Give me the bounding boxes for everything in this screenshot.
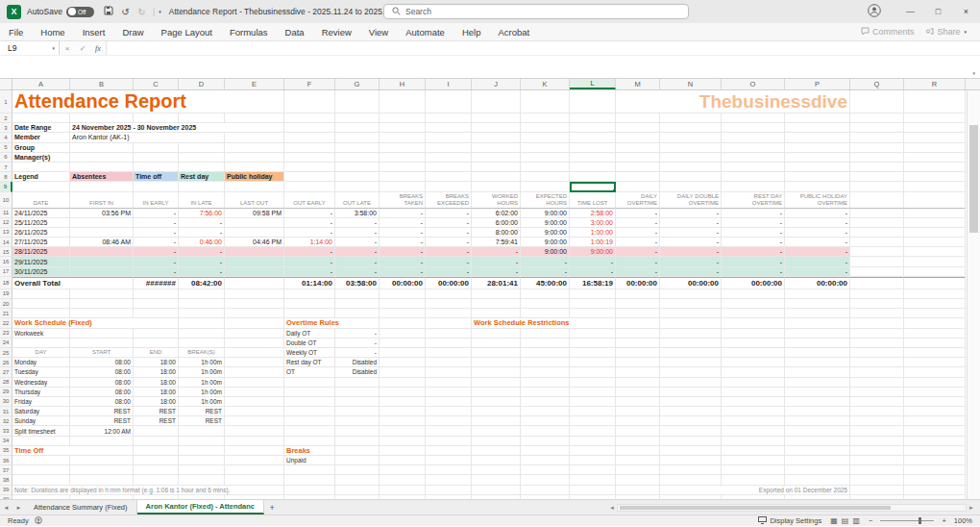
cell-D23[interactable] [179,329,225,339]
cell-P27[interactable] [785,367,850,377]
cell-N5[interactable] [660,143,722,153]
cell-L29[interactable] [570,388,616,397]
cell-H4[interactable] [380,133,426,142]
zoom-in-button[interactable]: + [942,516,945,525]
cell-J36[interactable] [472,456,521,465]
cell-J37[interactable] [472,465,521,475]
cell-A13[interactable]: 26/11/2025 [12,228,70,238]
cell-M32[interactable] [616,416,660,426]
cell-C14[interactable]: - [134,238,179,247]
column-header-R[interactable]: R [904,79,966,89]
cell-L4[interactable] [570,133,616,142]
cell-M27[interactable] [616,367,660,377]
cell-K8[interactable] [521,172,570,182]
cell-R33[interactable] [904,426,966,436]
display-settings-button[interactable]: Display Settings [758,516,821,526]
cell-E27[interactable] [225,367,284,377]
cell-I21[interactable] [426,309,472,318]
cell-F22[interactable]: Overtime Rules [284,318,380,328]
cell-J24[interactable] [472,339,521,348]
cell-B33[interactable]: 12:00 AM [70,426,134,436]
cell-E30[interactable] [225,397,284,407]
cell-P2[interactable] [785,113,850,123]
cell-L13[interactable]: 1:00:00 [570,228,616,238]
cell-J11[interactable]: 6:02:00 [472,209,521,218]
cell-N13[interactable]: - [660,228,722,238]
cell-C26[interactable]: 18:00 [134,358,179,367]
cell-J32[interactable] [472,416,521,426]
cell-A28[interactable]: Wednesday [12,378,70,388]
cell-B14[interactable]: 08:46 AM [70,238,134,247]
cell-E32[interactable] [225,416,284,426]
cell-C2[interactable] [134,113,179,123]
cell-K31[interactable] [521,407,570,416]
cell-D26[interactable]: 1h 00m [179,358,225,367]
cell-H9[interactable] [380,182,426,191]
cell-C10[interactable]: IN EARLY [134,192,179,209]
cell-R4[interactable] [904,133,966,142]
row-header-7[interactable]: 7 [0,163,12,172]
cell-G24[interactable]: - [335,339,380,348]
cell-Q25[interactable] [850,348,904,358]
cell-D10[interactable]: IN LATE [179,192,225,209]
cell-R9[interactable] [904,182,966,191]
cell-M21[interactable] [616,309,660,318]
cell-G31[interactable] [335,407,380,416]
cell-E5[interactable] [225,143,284,153]
cell-F10[interactable]: OUT EARLY [284,192,335,209]
select-all-corner[interactable] [0,79,12,89]
cell-B25[interactable]: START [70,348,134,358]
cell-F21[interactable] [284,309,335,318]
cell-C11[interactable]: - [134,209,179,218]
cell-R32[interactable] [904,416,966,426]
cell-J40[interactable] [472,495,521,499]
cell-E18[interactable] [225,277,284,289]
cell-P19[interactable] [785,289,850,299]
cell-D21[interactable] [179,309,225,318]
cell-E31[interactable] [225,407,284,416]
cell-F8[interactable] [284,172,335,182]
row-header-38[interactable]: 38 [0,475,12,485]
cell-L32[interactable] [570,416,616,426]
cell-G11[interactable]: 3:58:00 [335,209,380,218]
cell-L11[interactable]: 2:58:00 [570,209,616,218]
cell-P16[interactable]: - [785,257,850,266]
row-header-4[interactable]: 4 [0,133,12,142]
horizontal-scroll-thumb[interactable] [620,506,891,510]
cell-B21[interactable] [70,309,134,318]
row-header-25[interactable]: 25 [0,348,12,358]
cell-N36[interactable] [660,456,722,465]
cell-O15[interactable]: - [722,247,785,257]
cell-H20[interactable] [380,299,426,309]
cell-O3[interactable] [722,123,785,133]
cell-D18[interactable]: 08:42:00 [179,277,225,289]
cell-N32[interactable] [660,416,722,426]
cell-Q30[interactable] [850,397,904,407]
cell-G38[interactable] [335,475,380,485]
cell-N19[interactable] [660,289,722,299]
cell-Q27[interactable] [850,367,904,377]
cell-Q37[interactable] [850,465,904,475]
cell-R31[interactable] [904,407,966,416]
cell-I39[interactable] [426,486,472,495]
cell-P3[interactable] [785,123,850,133]
cell-I4[interactable] [426,133,472,142]
cell-K35[interactable] [521,446,570,456]
cell-H27[interactable] [380,367,426,377]
cell-E12[interactable] [225,218,284,228]
cell-P23[interactable] [785,329,850,339]
cell-J31[interactable] [472,407,521,416]
row-header-23[interactable]: 23 [0,329,12,339]
cell-C28[interactable]: 18:00 [134,378,179,388]
cell-H3[interactable] [380,123,426,133]
cell-Q4[interactable] [850,133,904,142]
cell-A20[interactable] [12,299,70,309]
cell-K6[interactable] [521,153,570,163]
cell-N11[interactable]: - [660,209,722,218]
cell-J2[interactable] [472,113,521,123]
cell-K27[interactable] [521,367,570,377]
cell-N38[interactable] [660,475,722,485]
row-header-11[interactable]: 11 [0,209,12,218]
cell-G7[interactable] [335,163,380,172]
cell-N29[interactable] [660,388,722,397]
